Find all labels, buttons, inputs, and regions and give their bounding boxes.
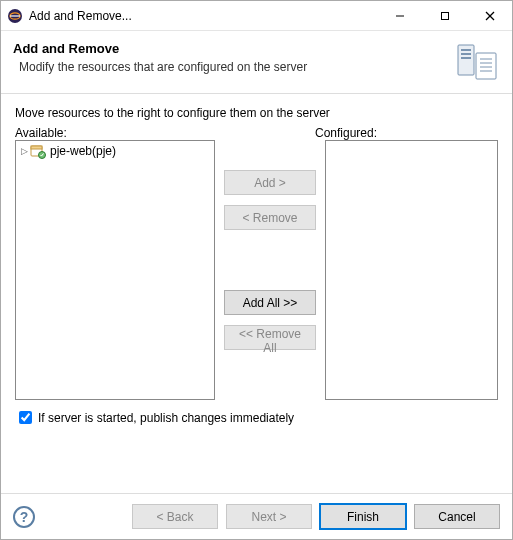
configured-label: Configured: (315, 126, 498, 140)
svg-rect-10 (461, 57, 471, 59)
publish-checkbox-row[interactable]: If server is started, publish changes im… (15, 408, 498, 427)
titlebar: Add and Remove... (1, 1, 512, 31)
remove-button[interactable]: < Remove (224, 205, 316, 230)
configured-list[interactable] (325, 140, 498, 400)
svg-rect-9 (461, 53, 471, 55)
next-button[interactable]: Next > (226, 504, 312, 529)
dialog-subtitle: Modify the resources that are configured… (19, 60, 456, 74)
publish-checkbox-label: If server is started, publish changes im… (38, 411, 294, 425)
list-item[interactable]: ▷ pje-web(pje) (16, 141, 214, 161)
minimize-button[interactable] (377, 1, 422, 30)
close-button[interactable] (467, 1, 512, 30)
module-icon (30, 143, 46, 159)
finish-button[interactable]: Finish (320, 504, 406, 529)
help-icon[interactable]: ? (13, 506, 35, 528)
dialog-header: Add and Remove Modify the resources that… (1, 31, 512, 94)
dialog-footer: ? < Back Next > Finish Cancel (1, 493, 512, 539)
svg-rect-11 (476, 53, 496, 79)
eclipse-icon (7, 8, 23, 24)
server-icon (456, 41, 500, 85)
transfer-buttons: Add > < Remove Add All >> << Remove All (215, 140, 325, 400)
maximize-button[interactable] (422, 1, 467, 30)
dialog-content: Move resources to the right to configure… (1, 94, 512, 493)
instruction-text: Move resources to the right to configure… (15, 106, 498, 120)
available-list[interactable]: ▷ pje-web(pje) (15, 140, 215, 400)
dialog-window: Add and Remove... Add and Remove Modify … (0, 0, 513, 540)
svg-rect-4 (441, 12, 448, 19)
expand-icon[interactable]: ▷ (18, 146, 30, 156)
cancel-button[interactable]: Cancel (414, 504, 500, 529)
dialog-title: Add and Remove (13, 41, 456, 56)
publish-checkbox[interactable] (19, 411, 32, 424)
svg-rect-17 (31, 146, 42, 149)
add-all-button[interactable]: Add All >> (224, 290, 316, 315)
window-title: Add and Remove... (29, 9, 377, 23)
svg-rect-8 (461, 49, 471, 51)
back-button[interactable]: < Back (132, 504, 218, 529)
add-button[interactable]: Add > (224, 170, 316, 195)
remove-all-button[interactable]: << Remove All (224, 325, 316, 350)
list-item-label: pje-web(pje) (50, 144, 116, 158)
svg-rect-2 (10, 15, 20, 16)
available-label: Available: (15, 126, 215, 140)
